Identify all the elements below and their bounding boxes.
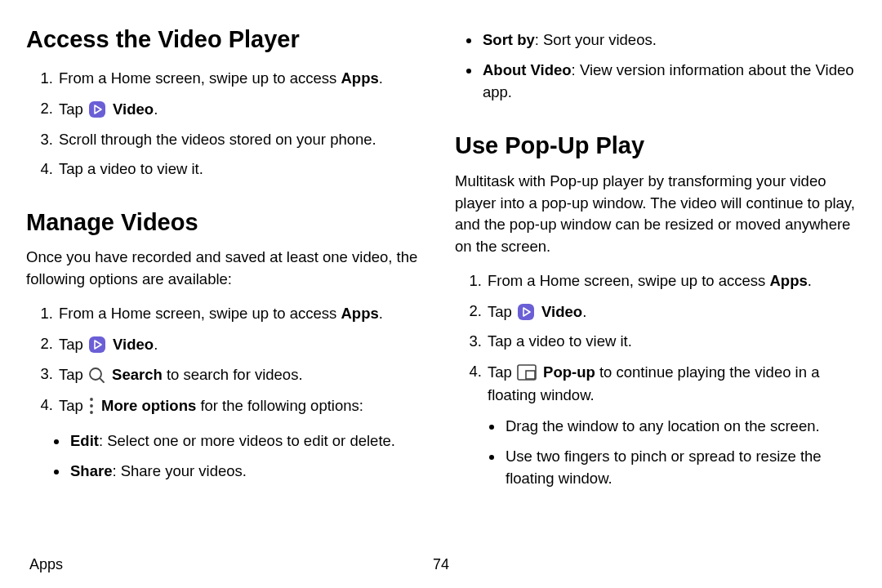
apps-label: Apps xyxy=(341,305,378,322)
step-text: From a Home screen, swipe up to access xyxy=(59,69,341,87)
step: Tap Search to search for videos. xyxy=(57,359,427,390)
step-text: Tap xyxy=(488,363,516,381)
popup-steps-list: From a Home screen, swipe up to access A… xyxy=(455,266,856,502)
option-item: Edit: Select one or more videos to edit … xyxy=(69,427,427,457)
option-name: Sort by xyxy=(483,31,535,48)
step-text: for the following options: xyxy=(196,397,363,414)
step-text: From a Home screen, swipe up to access xyxy=(488,272,769,289)
popup-intro: Multitask with Pop-up player by transfor… xyxy=(455,171,856,258)
step-text: . xyxy=(808,272,812,289)
access-steps-list: From a Home screen, swipe up to access A… xyxy=(26,64,427,185)
option-item: Share: Share your videos. xyxy=(69,457,427,488)
manage-intro: Once you have recorded and saved at leas… xyxy=(26,247,427,291)
columns: Access the Video Player From a Home scre… xyxy=(26,24,856,509)
step-text: to search for videos. xyxy=(163,366,303,383)
step-text: . xyxy=(154,336,158,353)
sub-item: Drag the window to any location on the s… xyxy=(504,412,856,443)
left-column: Access the Video Player From a Home scre… xyxy=(26,24,427,509)
step-text: Tap xyxy=(488,302,516,319)
step-text: Tap xyxy=(59,366,87,383)
step: From a Home screen, swipe up to access A… xyxy=(57,64,427,94)
step-text: . xyxy=(379,305,383,322)
option-desc: : Sort your videos. xyxy=(535,31,657,48)
search-icon xyxy=(88,367,105,384)
option-desc: : Share your videos. xyxy=(112,462,247,479)
option-name: Share xyxy=(70,462,112,479)
step-text: Tap xyxy=(59,336,87,353)
apps-label: Apps xyxy=(341,69,378,87)
option-desc: : Select one or more videos to edit or d… xyxy=(99,432,395,449)
step-text: . xyxy=(154,100,158,118)
step: Tap More options for the following optio… xyxy=(57,390,427,421)
step-text: to continue playing the video in a float… xyxy=(488,363,819,403)
step: From a Home screen, swipe up to access A… xyxy=(486,266,856,296)
step: Tap Video. xyxy=(486,296,856,327)
manual-page: Access the Video Player From a Home scre… xyxy=(0,0,882,588)
option-item: About Video: View version information ab… xyxy=(481,56,856,109)
more-options-sublist-cont: Sort by: Sort your videos. About Video: … xyxy=(455,26,856,108)
footer-section: Apps xyxy=(29,556,63,573)
step-text: . xyxy=(582,302,586,319)
step: Tap a video to view it. xyxy=(57,154,427,185)
step: Scroll through the videos stored on your… xyxy=(57,125,427,155)
step-text: . xyxy=(379,69,383,87)
step-text: Tap xyxy=(59,397,87,414)
video-icon xyxy=(88,100,106,118)
step: Tap Video. xyxy=(57,94,427,125)
more-options-icon xyxy=(88,397,95,415)
video-label: Video xyxy=(541,302,582,319)
sub-item: Use two fingers to pinch or spread to re… xyxy=(504,443,856,495)
video-icon xyxy=(517,303,535,321)
more-options-label: More options xyxy=(101,397,196,414)
manage-steps-list: From a Home screen, swipe up to access A… xyxy=(26,299,427,421)
video-label: Video xyxy=(113,100,154,118)
option-item: Sort by: Sort your videos. xyxy=(481,26,856,56)
heading-manage-videos: Manage Videos xyxy=(26,207,427,237)
popup-icon xyxy=(517,364,537,381)
search-label: Search xyxy=(112,366,163,383)
popup-sub-list: Drag the window to any location on the s… xyxy=(488,412,856,494)
popup-label: Pop-up xyxy=(543,363,595,381)
step: From a Home screen, swipe up to access A… xyxy=(57,299,427,329)
option-name: Edit xyxy=(70,432,99,449)
video-label: Video xyxy=(113,336,154,353)
heading-access-video-player: Access the Video Player xyxy=(26,24,427,54)
option-name: About Video xyxy=(483,61,572,78)
page-footer: Apps 74 xyxy=(29,556,853,573)
step-text: Tap xyxy=(59,100,87,118)
right-column: Sort by: Sort your videos. About Video: … xyxy=(455,24,856,509)
heading-use-popup-play: Use Pop-Up Play xyxy=(455,131,856,160)
step: Tap a video to view it. xyxy=(486,327,856,357)
footer-page-number: 74 xyxy=(433,556,449,573)
step: Tap Video. xyxy=(57,329,427,360)
step-text: From a Home screen, swipe up to access xyxy=(59,305,341,322)
step: Tap Pop-up to continue playing the video… xyxy=(486,357,856,501)
more-options-sublist: Edit: Select one or more videos to edit … xyxy=(26,427,427,488)
apps-label: Apps xyxy=(769,272,807,289)
video-icon xyxy=(88,336,106,354)
